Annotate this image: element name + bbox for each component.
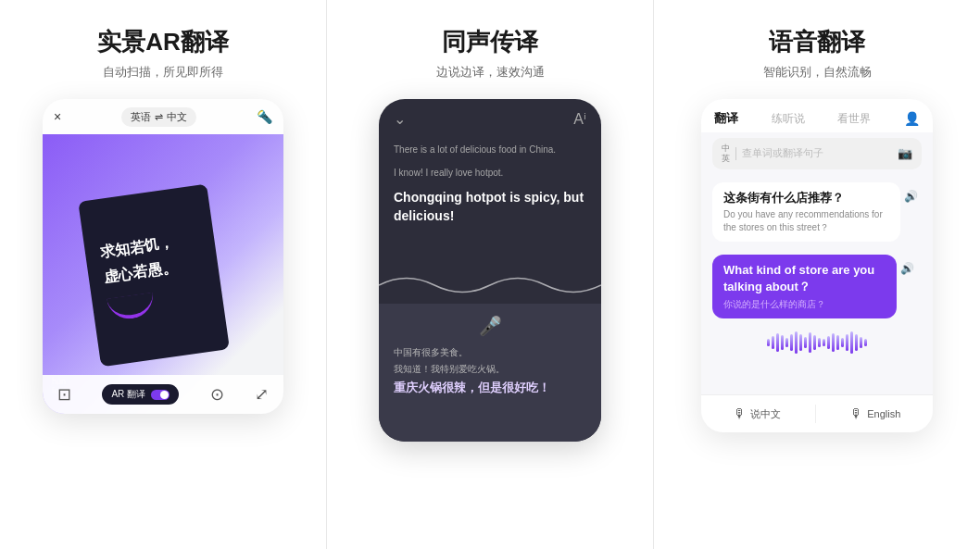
en-answer-text: What kind of store are you talking about… bbox=[723, 262, 886, 295]
waveform-bar bbox=[799, 334, 802, 351]
ar-camera-view: 求知若饥， 虚心若愚。 hun fo bbox=[43, 134, 283, 414]
voice-tabs: 翻译 练听说 看世界 👤 bbox=[701, 99, 933, 132]
ar-badge-label: AR 翻译 bbox=[111, 388, 145, 401]
waveform-bar bbox=[860, 337, 862, 348]
ar-badge[interactable]: AR 翻译 bbox=[102, 384, 179, 405]
bubble2-sound-icon[interactable]: 🔊 bbox=[900, 262, 914, 275]
simul-top-bar: ⌄ Aⁱ bbox=[379, 99, 601, 135]
mic-cn-icon: 🎙 bbox=[734, 406, 747, 421]
mic-cn-button[interactable]: 🎙 说中文 bbox=[734, 406, 781, 421]
ar-top-bar: × 英语 ⇌ 中文 🔦 bbox=[43, 99, 283, 134]
waveform-bar bbox=[795, 331, 798, 354]
simul-settings-icon[interactable]: Aⁱ bbox=[573, 110, 586, 128]
flashlight-icon[interactable]: 🔦 bbox=[257, 109, 272, 124]
voice-phone-mockup: 翻译 练听说 看世界 👤 中 英 查单词或翻译句子 📷 这条街有什么店推荐？ D… bbox=[701, 99, 933, 432]
voice-search-bar[interactable]: 中 英 查单词或翻译句子 📷 bbox=[712, 138, 922, 169]
ar-toggle[interactable] bbox=[151, 390, 170, 400]
tab-listen[interactable]: 练听说 bbox=[772, 111, 805, 127]
bubble1-sound-icon[interactable]: 🔊 bbox=[904, 190, 918, 203]
ar-gallery-icon[interactable]: ⊡ bbox=[57, 384, 71, 405]
lang-to: 中文 bbox=[167, 110, 187, 124]
ar-lang-selector[interactable]: 英语 ⇌ 中文 bbox=[121, 107, 196, 127]
simul-msg-3: Chongqing hotpot is spicy, but delicious… bbox=[394, 189, 586, 225]
simul-msg-2: I know! I really love hotpot. bbox=[394, 166, 586, 180]
en-answer-bubble: What kind of store are you talking about… bbox=[712, 255, 897, 318]
simul-bottom-half: 🎤 中国有很多美食。 我知道！我特别爱吃火锅。 重庆火锅很辣，但是很好吃！ bbox=[379, 304, 601, 443]
simul-wave-divider bbox=[379, 267, 601, 304]
search-placeholder[interactable]: 查单词或翻译句子 bbox=[742, 146, 892, 160]
panel1-title: 实景AR翻译 bbox=[97, 26, 229, 58]
camera-icon[interactable]: 📷 bbox=[898, 146, 912, 160]
waveform-bar bbox=[785, 338, 788, 347]
waveform-bar bbox=[813, 335, 816, 350]
cn-question-text: 这条街有什么店推荐？ bbox=[723, 190, 889, 206]
close-icon[interactable]: × bbox=[54, 109, 61, 124]
simul-msg1-text: There is a lot of delicious food in Chin… bbox=[394, 143, 586, 156]
mic-en-button[interactable]: 🎙 English bbox=[850, 406, 900, 421]
panel3-title: 语音翻译 bbox=[769, 26, 865, 58]
waveform-bar bbox=[772, 336, 774, 349]
waveform-bar bbox=[864, 339, 867, 346]
panel3-subtitle: 智能识别，自然流畅 bbox=[763, 64, 872, 81]
waveform-bar bbox=[846, 334, 848, 351]
simul-mic-icon[interactable]: 🎤 bbox=[479, 315, 502, 337]
mic-cn-label: 说中文 bbox=[750, 407, 781, 421]
mic-en-icon: 🎙 bbox=[850, 406, 863, 421]
simul-msg2-text: I know! I really love hotpot. bbox=[394, 166, 586, 180]
cn-question-bubble: 这条街有什么店推荐？ Do you have any recommendatio… bbox=[712, 182, 900, 242]
panel-ar: 实景AR翻译 自动扫描，所见即所得 × 英语 ⇌ 中文 🔦 求知若饥， 虚心若愚… bbox=[0, 0, 327, 549]
simul-chevron-icon[interactable]: ⌄ bbox=[394, 110, 406, 128]
waveform-bar bbox=[776, 333, 779, 352]
panel1-subtitle: 自动扫描，所见即所得 bbox=[103, 64, 223, 81]
ar-camera-icon[interactable]: ⊙ bbox=[210, 384, 224, 405]
lang-from: 英语 bbox=[131, 110, 151, 124]
waveform-bar bbox=[855, 334, 858, 351]
ar-book-smile-decoration bbox=[107, 293, 156, 322]
waveform-bar bbox=[850, 331, 853, 354]
ar-book: 求知若饥， 虚心若愚。 bbox=[68, 170, 258, 377]
waveform-bar bbox=[827, 336, 830, 349]
lang-arrow: ⇌ bbox=[155, 111, 163, 123]
ar-fullscreen-icon[interactable]: ⤢ bbox=[255, 384, 269, 405]
waveform-bar bbox=[804, 337, 807, 348]
simul-phone-mockup: ⌄ Aⁱ There is a lot of delicious food in… bbox=[379, 99, 601, 442]
tab-translate[interactable]: 翻译 bbox=[714, 110, 738, 127]
tab-world[interactable]: 看世界 bbox=[837, 111, 871, 127]
panel-voice: 语音翻译 智能识别，自然流畅 翻译 练听说 看世界 👤 中 英 查单词或翻译句子… bbox=[654, 0, 980, 549]
en-answer-cn: 你说的是什么样的商店？ bbox=[723, 298, 886, 311]
waveform-bar bbox=[832, 333, 835, 352]
bottom-divider bbox=[815, 405, 816, 423]
panel2-subtitle: 边说边译，速效沟通 bbox=[436, 64, 545, 81]
waveform-bar bbox=[818, 338, 821, 347]
mic-en-label: English bbox=[867, 408, 900, 419]
ar-phone-mockup: × 英语 ⇌ 中文 🔦 求知若饥， 虚心若愚。 hun fo bbox=[43, 99, 283, 414]
simul-conversation: There is a lot of delicious food in Chin… bbox=[379, 135, 601, 267]
voice-bottom-bar: 🎙 说中文 🎙 English bbox=[701, 394, 933, 432]
waveform-bar bbox=[790, 334, 793, 351]
search-divider bbox=[735, 147, 736, 160]
chat-item-cn-question: 这条街有什么店推荐？ Do you have any recommendatio… bbox=[712, 182, 922, 247]
waveform-bar bbox=[841, 338, 844, 347]
panel2-title: 同声传译 bbox=[442, 26, 538, 58]
simul-msg-1: There is a lot of delicious food in Chin… bbox=[394, 143, 586, 156]
simul-cn-msg1: 中国有很多美食。 bbox=[394, 346, 468, 359]
chat-item-en-answer: What kind of store are you talking about… bbox=[712, 255, 922, 324]
user-icon[interactable]: 👤 bbox=[904, 111, 920, 126]
waveform-bar bbox=[767, 339, 770, 346]
ar-bottom-bar: ⊡ AR 翻译 ⊙ ⤢ bbox=[43, 375, 283, 414]
waveform-bar bbox=[836, 335, 839, 350]
voice-waveform bbox=[723, 330, 911, 356]
search-lang-indicator: 中 英 bbox=[722, 143, 730, 164]
simul-msg3-bold: Chongqing hotpot is spicy, but delicious… bbox=[394, 189, 586, 225]
waveform-bar bbox=[781, 335, 784, 350]
cn-question-en: Do you have any recommendations for the … bbox=[723, 208, 889, 234]
waveform-bar bbox=[809, 332, 811, 353]
ar-book-front: 求知若饥， 虚心若愚。 bbox=[78, 184, 230, 368]
simul-cn-msg2: 我知道！我特别爱吃火锅。 bbox=[394, 363, 505, 376]
simul-cn-msg3: 重庆火锅很辣，但是很好吃！ bbox=[394, 380, 550, 396]
voice-chat-area: 这条街有什么店推荐？ Do you have any recommendatio… bbox=[701, 175, 933, 394]
waveform-bar bbox=[823, 339, 825, 346]
panel-simultaneous: 同声传译 边说边译，速效沟通 ⌄ Aⁱ There is a lot of de… bbox=[327, 0, 654, 549]
